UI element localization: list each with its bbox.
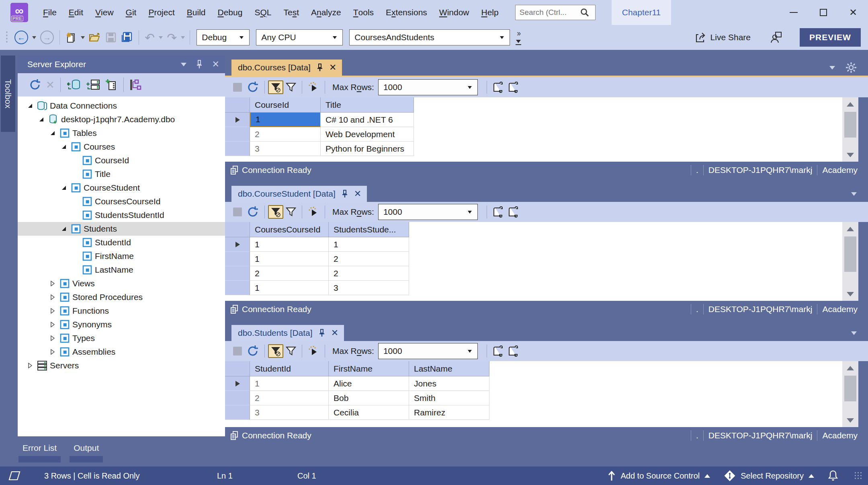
close-icon[interactable]: ✕ bbox=[212, 59, 219, 70]
resize-grip[interactable] bbox=[854, 472, 862, 480]
tree-item-coursestudent[interactable]: CourseStudent bbox=[18, 181, 225, 195]
data-cell[interactable]: 2 bbox=[329, 252, 409, 266]
search-box[interactable] bbox=[515, 5, 596, 20]
max-rows-combo[interactable]: 1000 bbox=[378, 79, 478, 95]
solution-configuration-combo[interactable]: Debug bbox=[197, 29, 250, 45]
tree-item-studentid[interactable]: StudentId bbox=[18, 236, 225, 249]
undo-button[interactable]: ↶ bbox=[142, 29, 157, 46]
column-header-lastname[interactable]: LastName bbox=[409, 361, 489, 376]
data-cell[interactable]: 2 bbox=[250, 266, 329, 281]
data-cell[interactable]: Smith bbox=[409, 391, 489, 405]
window-position-icon[interactable] bbox=[181, 63, 186, 66]
filter-button[interactable] bbox=[283, 78, 299, 96]
tree-item-studentsstudentid[interactable]: StudentsStudentId bbox=[18, 208, 225, 222]
collapsed-twisty-icon[interactable] bbox=[50, 294, 55, 300]
tree-item-coursescourseid[interactable]: CoursesCourseId bbox=[18, 195, 225, 208]
column-header-studentsstude[interactable]: StudentsStude... bbox=[329, 222, 409, 237]
tree-item-students[interactable]: Students bbox=[18, 222, 225, 236]
data-cell[interactable]: Cecilia bbox=[329, 405, 409, 420]
tree-item-types[interactable]: Types bbox=[18, 331, 225, 345]
script-to-file-button[interactable] bbox=[490, 342, 506, 360]
scroll-down-arrow[interactable] bbox=[842, 148, 858, 162]
pin-icon[interactable] bbox=[316, 64, 323, 72]
tree-item-views[interactable]: Views bbox=[18, 277, 225, 290]
collapsed-twisty-icon[interactable] bbox=[50, 349, 55, 355]
data-cell[interactable]: 1 bbox=[329, 237, 409, 252]
max-rows-combo[interactable]: 1000 bbox=[378, 204, 478, 220]
menu-item-test[interactable]: Test bbox=[277, 0, 305, 25]
vertical-scrollbar[interactable] bbox=[842, 97, 858, 162]
twisty[interactable] bbox=[35, 117, 47, 122]
close-button[interactable]: ✕ bbox=[838, 0, 868, 25]
row-header-cell[interactable] bbox=[225, 391, 250, 405]
data-cell[interactable]: Ramirez bbox=[409, 405, 489, 420]
tree-item-title[interactable]: Title bbox=[18, 167, 225, 181]
menu-item-window[interactable]: Window bbox=[433, 0, 475, 25]
row-header-cell[interactable] bbox=[225, 281, 250, 295]
stop-button[interactable] bbox=[231, 342, 244, 360]
run-query-button[interactable] bbox=[305, 78, 321, 96]
undo-dropdown-icon[interactable] bbox=[159, 36, 163, 39]
tree-item-desktop-j1pqhr7-academy-dbo[interactable]: desktop-j1pqhr7.Academy.dbo bbox=[18, 113, 225, 126]
tab-dbo-students-data[interactable]: dbo.Students [Data]✕ bbox=[231, 325, 344, 341]
twisty[interactable] bbox=[58, 226, 70, 232]
connect-to-database-icon[interactable] bbox=[64, 76, 83, 94]
row-header-cell[interactable] bbox=[225, 252, 250, 266]
tree-item-stored-procedures[interactable]: Stored Procedures bbox=[18, 290, 225, 304]
search-input[interactable] bbox=[520, 8, 580, 17]
stop-refresh-icon[interactable]: ✕ bbox=[43, 76, 57, 94]
save-button[interactable] bbox=[103, 29, 119, 46]
script-to-file-button[interactable] bbox=[490, 203, 506, 221]
preview-feedback-button[interactable]: PREVIEW bbox=[800, 28, 861, 47]
tab-dbo-coursestudent-data[interactable]: dbo.CourseStudent [Data]✕ bbox=[231, 186, 367, 202]
twisty[interactable] bbox=[47, 349, 59, 355]
expanded-twisty-icon[interactable] bbox=[50, 130, 55, 136]
column-header-coursescourseid[interactable]: CoursesCourseId bbox=[250, 222, 329, 237]
new-file-button[interactable] bbox=[63, 29, 79, 46]
data-cell[interactable]: 2 bbox=[329, 266, 409, 281]
twisty[interactable] bbox=[24, 363, 36, 368]
refresh-button[interactable] bbox=[244, 342, 261, 360]
scroll-down-arrow[interactable] bbox=[842, 287, 858, 301]
data-cell[interactable]: Bob bbox=[329, 391, 409, 405]
script-to-clipboard-button[interactable] bbox=[506, 342, 521, 360]
open-file-button[interactable] bbox=[86, 29, 103, 46]
refresh-button[interactable] bbox=[244, 78, 261, 96]
filter-applied-button[interactable] bbox=[268, 80, 283, 94]
tree-item-synonyms[interactable]: Synonyms bbox=[18, 318, 225, 331]
scrollbar-thumb[interactable] bbox=[844, 112, 856, 138]
bottom-tab-error-list[interactable]: Error List bbox=[18, 443, 61, 462]
solution-platform-combo[interactable]: Any CPU bbox=[256, 29, 343, 45]
add-to-source-control-button[interactable]: Add to Source Control bbox=[608, 471, 710, 481]
maximize-button[interactable] bbox=[809, 0, 838, 25]
filter-button[interactable] bbox=[283, 203, 299, 221]
data-cell[interactable]: 1 bbox=[250, 252, 329, 266]
add-connection-icon[interactable] bbox=[102, 76, 120, 94]
data-cell[interactable]: Alice bbox=[329, 376, 409, 391]
tree-item-firstname[interactable]: FirstName bbox=[18, 249, 225, 263]
tab-close-icon[interactable]: ✕ bbox=[331, 329, 338, 337]
script-to-clipboard-button[interactable] bbox=[506, 203, 521, 221]
scrollbar-thumb[interactable] bbox=[844, 376, 856, 401]
twisty[interactable] bbox=[24, 103, 36, 109]
expanded-twisty-icon[interactable] bbox=[61, 226, 67, 232]
refresh-button[interactable] bbox=[244, 203, 261, 221]
hierarchy-view-icon[interactable] bbox=[127, 76, 145, 94]
document-dropdown-icon[interactable] bbox=[851, 192, 857, 196]
scroll-down-arrow[interactable] bbox=[842, 413, 858, 427]
collapsed-twisty-icon[interactable] bbox=[50, 308, 55, 314]
data-cell[interactable]: C# 10 and .NET 6 bbox=[321, 113, 414, 127]
collapsed-twisty-icon[interactable] bbox=[50, 281, 55, 286]
toolbar-overflow-button[interactable]: » bbox=[516, 30, 521, 45]
tab-close-icon[interactable]: ✕ bbox=[354, 189, 361, 198]
row-header-cell[interactable] bbox=[225, 237, 250, 252]
menu-item-view[interactable]: View bbox=[89, 0, 120, 25]
tree-item-courses[interactable]: Courses bbox=[18, 140, 225, 154]
document-dropdown-icon[interactable] bbox=[829, 66, 835, 70]
document-dropdown-icon[interactable] bbox=[851, 331, 857, 335]
back-dropdown-icon[interactable] bbox=[32, 36, 36, 39]
server-explorer-titlebar[interactable]: Server Explorer ✕ bbox=[18, 55, 225, 73]
tree-item-tables[interactable]: Tables bbox=[18, 126, 225, 140]
collapsed-twisty-icon[interactable] bbox=[50, 322, 55, 327]
run-query-button[interactable] bbox=[305, 342, 321, 360]
